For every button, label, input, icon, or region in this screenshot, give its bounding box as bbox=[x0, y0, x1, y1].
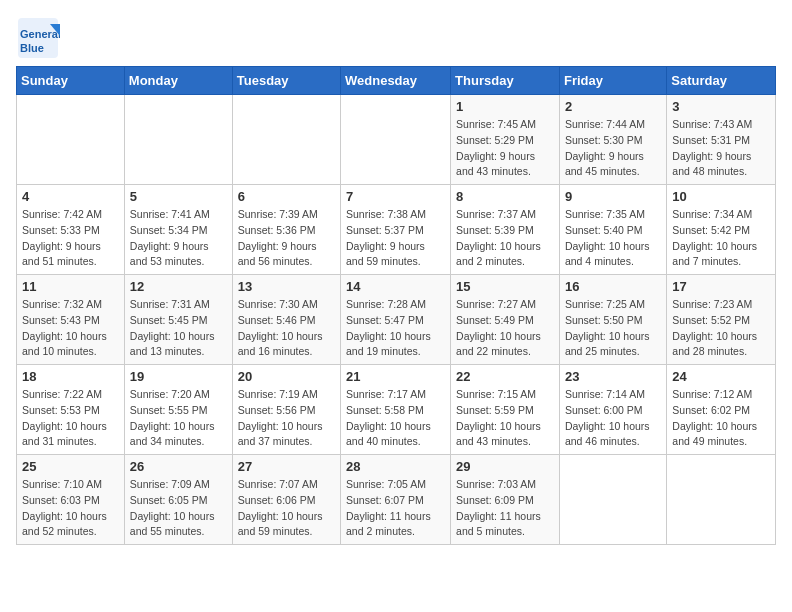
week-row-0: 1Sunrise: 7:45 AMSunset: 5:29 PMDaylight… bbox=[17, 95, 776, 185]
header-cell-tuesday: Tuesday bbox=[232, 67, 340, 95]
header-cell-friday: Friday bbox=[559, 67, 666, 95]
day-info: Sunrise: 7:31 AMSunset: 5:45 PMDaylight:… bbox=[130, 297, 227, 360]
day-number: 15 bbox=[456, 279, 554, 294]
day-cell: 8Sunrise: 7:37 AMSunset: 5:39 PMDaylight… bbox=[451, 185, 560, 275]
page-header: General Blue bbox=[16, 16, 776, 56]
day-cell: 12Sunrise: 7:31 AMSunset: 5:45 PMDayligh… bbox=[124, 275, 232, 365]
day-info: Sunrise: 7:15 AMSunset: 5:59 PMDaylight:… bbox=[456, 387, 554, 450]
svg-text:Blue: Blue bbox=[20, 42, 44, 54]
day-info: Sunrise: 7:03 AMSunset: 6:09 PMDaylight:… bbox=[456, 477, 554, 540]
day-cell: 13Sunrise: 7:30 AMSunset: 5:46 PMDayligh… bbox=[232, 275, 340, 365]
day-number: 14 bbox=[346, 279, 445, 294]
day-number: 26 bbox=[130, 459, 227, 474]
day-number: 21 bbox=[346, 369, 445, 384]
day-number: 17 bbox=[672, 279, 770, 294]
day-cell: 22Sunrise: 7:15 AMSunset: 5:59 PMDayligh… bbox=[451, 365, 560, 455]
week-row-3: 18Sunrise: 7:22 AMSunset: 5:53 PMDayligh… bbox=[17, 365, 776, 455]
day-cell: 11Sunrise: 7:32 AMSunset: 5:43 PMDayligh… bbox=[17, 275, 125, 365]
day-info: Sunrise: 7:05 AMSunset: 6:07 PMDaylight:… bbox=[346, 477, 445, 540]
day-cell bbox=[232, 95, 340, 185]
day-info: Sunrise: 7:42 AMSunset: 5:33 PMDaylight:… bbox=[22, 207, 119, 270]
day-number: 12 bbox=[130, 279, 227, 294]
day-number: 8 bbox=[456, 189, 554, 204]
day-cell: 2Sunrise: 7:44 AMSunset: 5:30 PMDaylight… bbox=[559, 95, 666, 185]
day-cell: 21Sunrise: 7:17 AMSunset: 5:58 PMDayligh… bbox=[341, 365, 451, 455]
day-info: Sunrise: 7:35 AMSunset: 5:40 PMDaylight:… bbox=[565, 207, 661, 270]
day-cell bbox=[341, 95, 451, 185]
svg-text:General: General bbox=[20, 28, 60, 40]
day-cell: 19Sunrise: 7:20 AMSunset: 5:55 PMDayligh… bbox=[124, 365, 232, 455]
day-cell: 24Sunrise: 7:12 AMSunset: 6:02 PMDayligh… bbox=[667, 365, 776, 455]
day-info: Sunrise: 7:39 AMSunset: 5:36 PMDaylight:… bbox=[238, 207, 335, 270]
day-cell: 28Sunrise: 7:05 AMSunset: 6:07 PMDayligh… bbox=[341, 455, 451, 545]
day-info: Sunrise: 7:41 AMSunset: 5:34 PMDaylight:… bbox=[130, 207, 227, 270]
calendar-body: 1Sunrise: 7:45 AMSunset: 5:29 PMDaylight… bbox=[17, 95, 776, 545]
day-cell: 16Sunrise: 7:25 AMSunset: 5:50 PMDayligh… bbox=[559, 275, 666, 365]
week-row-4: 25Sunrise: 7:10 AMSunset: 6:03 PMDayligh… bbox=[17, 455, 776, 545]
day-info: Sunrise: 7:17 AMSunset: 5:58 PMDaylight:… bbox=[346, 387, 445, 450]
day-number: 13 bbox=[238, 279, 335, 294]
day-cell: 27Sunrise: 7:07 AMSunset: 6:06 PMDayligh… bbox=[232, 455, 340, 545]
logo-icon: General Blue bbox=[16, 16, 56, 56]
day-cell bbox=[124, 95, 232, 185]
day-info: Sunrise: 7:22 AMSunset: 5:53 PMDaylight:… bbox=[22, 387, 119, 450]
day-cell: 26Sunrise: 7:09 AMSunset: 6:05 PMDayligh… bbox=[124, 455, 232, 545]
day-cell: 5Sunrise: 7:41 AMSunset: 5:34 PMDaylight… bbox=[124, 185, 232, 275]
day-info: Sunrise: 7:09 AMSunset: 6:05 PMDaylight:… bbox=[130, 477, 227, 540]
day-cell: 29Sunrise: 7:03 AMSunset: 6:09 PMDayligh… bbox=[451, 455, 560, 545]
day-info: Sunrise: 7:27 AMSunset: 5:49 PMDaylight:… bbox=[456, 297, 554, 360]
logo: General Blue bbox=[16, 16, 60, 56]
day-cell bbox=[667, 455, 776, 545]
day-number: 4 bbox=[22, 189, 119, 204]
day-number: 19 bbox=[130, 369, 227, 384]
day-cell: 25Sunrise: 7:10 AMSunset: 6:03 PMDayligh… bbox=[17, 455, 125, 545]
day-number: 28 bbox=[346, 459, 445, 474]
day-cell: 4Sunrise: 7:42 AMSunset: 5:33 PMDaylight… bbox=[17, 185, 125, 275]
day-number: 27 bbox=[238, 459, 335, 474]
day-number: 5 bbox=[130, 189, 227, 204]
day-info: Sunrise: 7:34 AMSunset: 5:42 PMDaylight:… bbox=[672, 207, 770, 270]
day-info: Sunrise: 7:23 AMSunset: 5:52 PMDaylight:… bbox=[672, 297, 770, 360]
day-cell: 1Sunrise: 7:45 AMSunset: 5:29 PMDaylight… bbox=[451, 95, 560, 185]
day-info: Sunrise: 7:43 AMSunset: 5:31 PMDaylight:… bbox=[672, 117, 770, 180]
week-row-2: 11Sunrise: 7:32 AMSunset: 5:43 PMDayligh… bbox=[17, 275, 776, 365]
day-number: 29 bbox=[456, 459, 554, 474]
day-number: 1 bbox=[456, 99, 554, 114]
day-info: Sunrise: 7:10 AMSunset: 6:03 PMDaylight:… bbox=[22, 477, 119, 540]
day-info: Sunrise: 7:07 AMSunset: 6:06 PMDaylight:… bbox=[238, 477, 335, 540]
day-cell: 7Sunrise: 7:38 AMSunset: 5:37 PMDaylight… bbox=[341, 185, 451, 275]
header-cell-thursday: Thursday bbox=[451, 67, 560, 95]
day-number: 22 bbox=[456, 369, 554, 384]
day-cell: 6Sunrise: 7:39 AMSunset: 5:36 PMDaylight… bbox=[232, 185, 340, 275]
day-info: Sunrise: 7:28 AMSunset: 5:47 PMDaylight:… bbox=[346, 297, 445, 360]
day-cell: 3Sunrise: 7:43 AMSunset: 5:31 PMDaylight… bbox=[667, 95, 776, 185]
day-info: Sunrise: 7:30 AMSunset: 5:46 PMDaylight:… bbox=[238, 297, 335, 360]
day-cell: 17Sunrise: 7:23 AMSunset: 5:52 PMDayligh… bbox=[667, 275, 776, 365]
day-number: 11 bbox=[22, 279, 119, 294]
day-cell: 10Sunrise: 7:34 AMSunset: 5:42 PMDayligh… bbox=[667, 185, 776, 275]
day-cell: 23Sunrise: 7:14 AMSunset: 6:00 PMDayligh… bbox=[559, 365, 666, 455]
day-cell: 15Sunrise: 7:27 AMSunset: 5:49 PMDayligh… bbox=[451, 275, 560, 365]
calendar-header: SundayMondayTuesdayWednesdayThursdayFrid… bbox=[17, 67, 776, 95]
day-info: Sunrise: 7:19 AMSunset: 5:56 PMDaylight:… bbox=[238, 387, 335, 450]
day-number: 20 bbox=[238, 369, 335, 384]
calendar-table: SundayMondayTuesdayWednesdayThursdayFrid… bbox=[16, 66, 776, 545]
day-cell: 20Sunrise: 7:19 AMSunset: 5:56 PMDayligh… bbox=[232, 365, 340, 455]
header-cell-saturday: Saturday bbox=[667, 67, 776, 95]
day-info: Sunrise: 7:20 AMSunset: 5:55 PMDaylight:… bbox=[130, 387, 227, 450]
day-number: 18 bbox=[22, 369, 119, 384]
day-number: 6 bbox=[238, 189, 335, 204]
day-info: Sunrise: 7:12 AMSunset: 6:02 PMDaylight:… bbox=[672, 387, 770, 450]
day-info: Sunrise: 7:32 AMSunset: 5:43 PMDaylight:… bbox=[22, 297, 119, 360]
day-cell: 14Sunrise: 7:28 AMSunset: 5:47 PMDayligh… bbox=[341, 275, 451, 365]
day-number: 3 bbox=[672, 99, 770, 114]
day-info: Sunrise: 7:45 AMSunset: 5:29 PMDaylight:… bbox=[456, 117, 554, 180]
day-number: 2 bbox=[565, 99, 661, 114]
day-cell: 9Sunrise: 7:35 AMSunset: 5:40 PMDaylight… bbox=[559, 185, 666, 275]
day-info: Sunrise: 7:14 AMSunset: 6:00 PMDaylight:… bbox=[565, 387, 661, 450]
header-cell-sunday: Sunday bbox=[17, 67, 125, 95]
day-cell bbox=[559, 455, 666, 545]
day-info: Sunrise: 7:44 AMSunset: 5:30 PMDaylight:… bbox=[565, 117, 661, 180]
header-row: SundayMondayTuesdayWednesdayThursdayFrid… bbox=[17, 67, 776, 95]
day-number: 25 bbox=[22, 459, 119, 474]
